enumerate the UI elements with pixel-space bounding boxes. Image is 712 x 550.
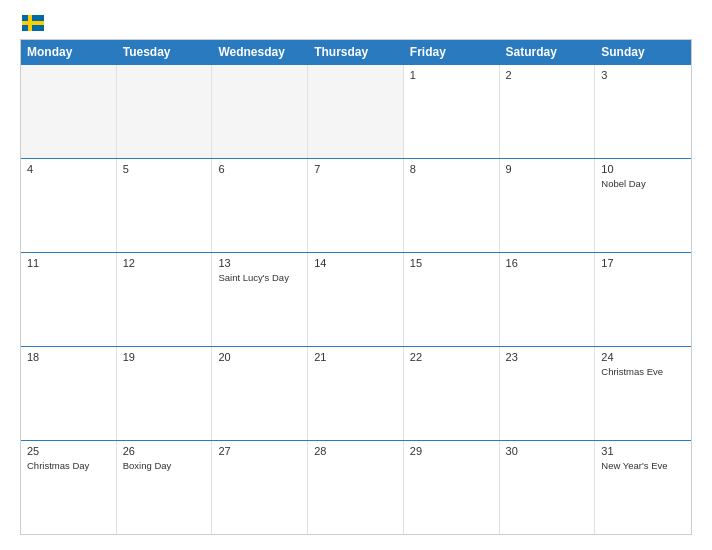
day-number: 22 — [410, 351, 493, 363]
cal-cell: 1 — [404, 65, 500, 158]
day-number: 31 — [601, 445, 685, 457]
event-label: Christmas Eve — [601, 366, 663, 377]
day-number: 24 — [601, 351, 685, 363]
day-number: 20 — [218, 351, 301, 363]
cal-cell: 17 — [595, 253, 691, 346]
day-number: 12 — [123, 257, 206, 269]
day-number: 10 — [601, 163, 685, 175]
day-number: 19 — [123, 351, 206, 363]
cal-cell: 18 — [21, 347, 117, 440]
event-label: Nobel Day — [601, 178, 645, 189]
cal-cell: 21 — [308, 347, 404, 440]
day-number: 17 — [601, 257, 685, 269]
day-number: 28 — [314, 445, 397, 457]
cal-cell: 27 — [212, 441, 308, 534]
header-cell-monday: Monday — [21, 40, 117, 64]
cal-cell: 14 — [308, 253, 404, 346]
day-number: 3 — [601, 69, 685, 81]
event-label: Christmas Day — [27, 460, 89, 471]
week-row-3: 111213Saint Lucy's Day14151617 — [21, 252, 691, 346]
cal-cell: 25Christmas Day — [21, 441, 117, 534]
day-number: 16 — [506, 257, 589, 269]
cal-cell: 11 — [21, 253, 117, 346]
cal-cell: 15 — [404, 253, 500, 346]
page-header — [20, 15, 692, 31]
day-number: 7 — [314, 163, 397, 175]
cal-cell: 10Nobel Day — [595, 159, 691, 252]
cal-cell — [212, 65, 308, 158]
day-number: 4 — [27, 163, 110, 175]
cal-cell: 8 — [404, 159, 500, 252]
day-number: 25 — [27, 445, 110, 457]
header-cell-wednesday: Wednesday — [212, 40, 308, 64]
day-number: 30 — [506, 445, 589, 457]
cal-cell: 6 — [212, 159, 308, 252]
calendar-header-row: MondayTuesdayWednesdayThursdayFridaySatu… — [21, 40, 691, 64]
day-number: 13 — [218, 257, 301, 269]
event-label: New Year's Eve — [601, 460, 667, 471]
cal-cell: 29 — [404, 441, 500, 534]
svg-rect-2 — [28, 15, 32, 31]
cal-cell: 7 — [308, 159, 404, 252]
cal-cell: 5 — [117, 159, 213, 252]
cal-cell: 12 — [117, 253, 213, 346]
calendar-page: MondayTuesdayWednesdayThursdayFridaySatu… — [0, 0, 712, 550]
cal-cell — [308, 65, 404, 158]
day-number: 23 — [506, 351, 589, 363]
header-cell-thursday: Thursday — [308, 40, 404, 64]
cal-cell — [21, 65, 117, 158]
week-row-5: 25Christmas Day26Boxing Day2728293031New… — [21, 440, 691, 534]
week-row-4: 18192021222324Christmas Eve — [21, 346, 691, 440]
cal-cell: 2 — [500, 65, 596, 158]
calendar-grid: MondayTuesdayWednesdayThursdayFridaySatu… — [20, 39, 692, 535]
day-number: 18 — [27, 351, 110, 363]
cal-cell — [117, 65, 213, 158]
cal-cell: 4 — [21, 159, 117, 252]
day-number: 26 — [123, 445, 206, 457]
svg-rect-1 — [22, 21, 44, 25]
cal-cell: 30 — [500, 441, 596, 534]
cal-cell: 13Saint Lucy's Day — [212, 253, 308, 346]
cal-cell: 28 — [308, 441, 404, 534]
day-number: 2 — [506, 69, 589, 81]
day-number: 21 — [314, 351, 397, 363]
event-label: Saint Lucy's Day — [218, 272, 288, 283]
day-number: 6 — [218, 163, 301, 175]
day-number: 15 — [410, 257, 493, 269]
day-number: 1 — [410, 69, 493, 81]
day-number: 9 — [506, 163, 589, 175]
day-number: 8 — [410, 163, 493, 175]
week-row-1: 123 — [21, 64, 691, 158]
cal-cell: 20 — [212, 347, 308, 440]
logo-flag-icon — [22, 15, 44, 31]
cal-cell: 26Boxing Day — [117, 441, 213, 534]
day-number: 11 — [27, 257, 110, 269]
cal-cell: 16 — [500, 253, 596, 346]
header-cell-friday: Friday — [404, 40, 500, 64]
header-cell-tuesday: Tuesday — [117, 40, 213, 64]
week-row-2: 45678910Nobel Day — [21, 158, 691, 252]
cal-cell: 24Christmas Eve — [595, 347, 691, 440]
cal-cell: 19 — [117, 347, 213, 440]
day-number: 29 — [410, 445, 493, 457]
logo — [20, 15, 44, 31]
day-number: 5 — [123, 163, 206, 175]
event-label: Boxing Day — [123, 460, 172, 471]
cal-cell: 9 — [500, 159, 596, 252]
cal-cell: 3 — [595, 65, 691, 158]
calendar-body: 12345678910Nobel Day111213Saint Lucy's D… — [21, 64, 691, 534]
cal-cell: 23 — [500, 347, 596, 440]
day-number: 27 — [218, 445, 301, 457]
cal-cell: 31New Year's Eve — [595, 441, 691, 534]
header-cell-sunday: Sunday — [595, 40, 691, 64]
cal-cell: 22 — [404, 347, 500, 440]
header-cell-saturday: Saturday — [500, 40, 596, 64]
day-number: 14 — [314, 257, 397, 269]
